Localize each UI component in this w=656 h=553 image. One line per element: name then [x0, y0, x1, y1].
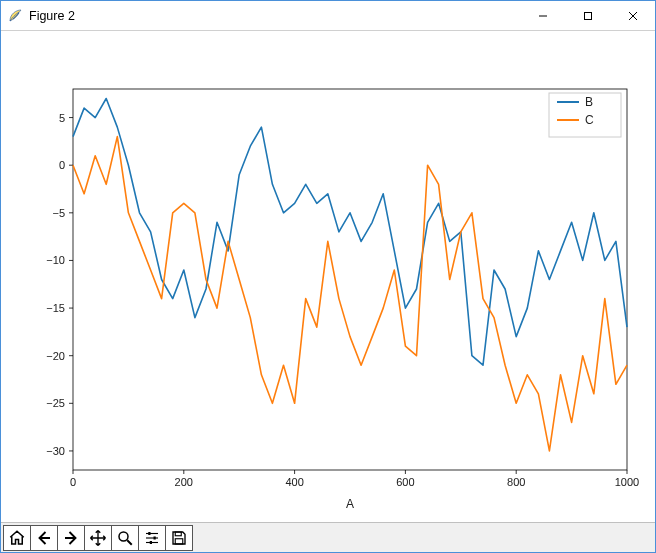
svg-rect-42: [148, 532, 150, 535]
svg-rect-4: [73, 89, 627, 470]
save-button[interactable]: [165, 525, 193, 551]
home-button[interactable]: [3, 525, 31, 551]
svg-point-39: [119, 532, 128, 541]
arrow-right-icon: [62, 529, 80, 547]
svg-rect-47: [175, 532, 181, 536]
svg-text:−5: −5: [52, 207, 65, 219]
svg-text:1000: 1000: [615, 476, 639, 488]
zoom-button[interactable]: [111, 525, 139, 551]
svg-text:−30: −30: [46, 445, 65, 457]
back-button[interactable]: [30, 525, 58, 551]
titlebar[interactable]: Figure 2: [1, 1, 655, 31]
maximize-button[interactable]: [565, 1, 610, 31]
svg-text:−20: −20: [46, 350, 65, 362]
minimize-button[interactable]: [520, 1, 565, 31]
toolbar: [1, 522, 655, 552]
svg-text:−25: −25: [46, 397, 65, 409]
move-icon: [89, 529, 107, 547]
svg-text:800: 800: [507, 476, 525, 488]
svg-text:400: 400: [285, 476, 303, 488]
app-icon: [7, 8, 23, 24]
zoom-icon: [116, 529, 134, 547]
save-icon: [170, 529, 188, 547]
close-button[interactable]: [610, 1, 655, 31]
svg-text:0: 0: [59, 159, 65, 171]
svg-rect-48: [175, 538, 183, 543]
svg-text:A: A: [346, 497, 354, 511]
plot-area[interactable]: 02004006008001000−30−25−20−15−10−505ABC: [1, 31, 655, 522]
svg-rect-44: [154, 536, 156, 539]
svg-text:−10: −10: [46, 254, 65, 266]
configure-button[interactable]: [138, 525, 166, 551]
svg-text:600: 600: [396, 476, 414, 488]
svg-text:0: 0: [70, 476, 76, 488]
window-title: Figure 2: [29, 9, 520, 23]
chart-canvas: 02004006008001000−30−25−20−15−10−505ABC: [1, 31, 655, 522]
svg-line-40: [127, 540, 132, 545]
svg-text:−15: −15: [46, 302, 65, 314]
svg-rect-1: [584, 12, 591, 19]
svg-rect-46: [150, 541, 152, 544]
svg-text:200: 200: [175, 476, 193, 488]
arrow-left-icon: [35, 529, 53, 547]
svg-text:5: 5: [59, 112, 65, 124]
forward-button[interactable]: [57, 525, 85, 551]
sliders-icon: [143, 529, 161, 547]
svg-text:B: B: [585, 95, 593, 109]
home-icon: [8, 529, 26, 547]
pan-button[interactable]: [84, 525, 112, 551]
window-frame: Figure 2 02004006008001000−30−25−20−15−1…: [0, 0, 656, 553]
svg-text:C: C: [585, 113, 594, 127]
